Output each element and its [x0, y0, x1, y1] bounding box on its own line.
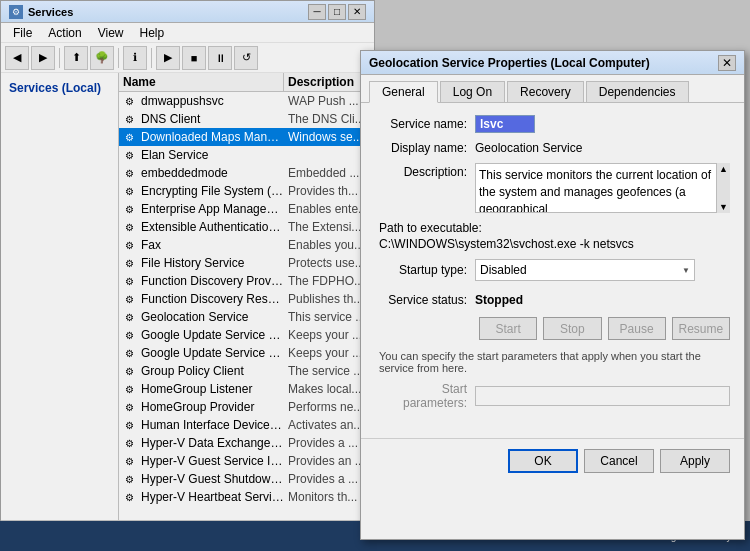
service-icon: ⚙ [121, 381, 137, 397]
toolbar-up[interactable]: ⬆ [64, 46, 88, 70]
toolbar-restart[interactable]: ↺ [234, 46, 258, 70]
window-controls: ─ □ ✕ [308, 4, 366, 20]
service-name-cell: Hyper-V Heartbeat Service [139, 490, 286, 504]
service-name-row: Service name: lsvc [375, 115, 730, 133]
path-label: Path to executable: [375, 221, 730, 235]
service-row[interactable]: ⚙ Hyper-V Heartbeat Service Monitors th.… [119, 488, 374, 506]
toolbar-sep-2 [118, 48, 119, 68]
service-row[interactable]: ⚙ Google Update Service (gup... Keeps yo… [119, 326, 374, 344]
menu-file[interactable]: File [5, 24, 40, 42]
service-name-cell: Elan Service [139, 148, 286, 162]
menu-help[interactable]: Help [132, 24, 173, 42]
pause-button[interactable]: Pause [608, 317, 666, 340]
service-row[interactable]: ⚙ Elan Service [119, 146, 374, 164]
startup-label: Startup type: [375, 263, 475, 277]
service-row[interactable]: ⚙ Hyper-V Guest Service Inter... Provide… [119, 452, 374, 470]
service-row[interactable]: ⚙ Function Discovery Provide... The FDPH… [119, 272, 374, 290]
description-container: This service monitors the current locati… [475, 163, 730, 213]
path-section: Path to executable: C:\WINDOWS\system32\… [375, 221, 730, 251]
dialog-tab-general[interactable]: General [369, 81, 438, 103]
menu-view[interactable]: View [90, 24, 132, 42]
service-icon: ⚙ [121, 345, 137, 361]
service-name-cell: HomeGroup Listener [139, 382, 286, 396]
apply-button[interactable]: Apply [660, 449, 730, 473]
desc-scrollbar[interactable]: ▲ ▼ [716, 163, 730, 213]
service-status-label: Service status: [375, 293, 475, 307]
service-name-cell: Google Update Service (gup... [139, 328, 286, 342]
service-row[interactable]: ⚙ Encrypting File System (EFS) Provides … [119, 182, 374, 200]
dialog-close-button[interactable]: ✕ [718, 55, 736, 71]
col-header-name[interactable]: Name [119, 73, 284, 91]
service-row[interactable]: ⚙ HomeGroup Listener Makes local... [119, 380, 374, 398]
scroll-up[interactable]: ▲ [717, 163, 730, 174]
service-name-cell: Function Discovery Provide... [139, 274, 286, 288]
toolbar-forward[interactable]: ▶ [31, 46, 55, 70]
toolbar-sep-1 [59, 48, 60, 68]
service-row[interactable]: ⚙ File History Service Protects use... [119, 254, 374, 272]
service-name-cell: Google Update Service (gup... [139, 346, 286, 360]
cancel-button[interactable]: Cancel [584, 449, 654, 473]
scroll-down[interactable]: ▼ [717, 202, 730, 213]
service-row[interactable]: ⚙ dmwappushsvc WAP Push ... [119, 92, 374, 110]
service-row[interactable]: ⚙ Fax Enables you... [119, 236, 374, 254]
close-button[interactable]: ✕ [348, 4, 366, 20]
toolbar: ◀ ▶ ⬆ 🌳 ℹ ▶ ■ ⏸ ↺ [1, 43, 374, 73]
service-row[interactable]: ⚙ Enterprise App Managemen... Enables en… [119, 200, 374, 218]
service-name-cell: dmwappushsvc [139, 94, 286, 108]
service-row[interactable]: ⚙ Hyper-V Guest Shutdown S... Provides a… [119, 470, 374, 488]
service-row[interactable]: ⚙ Function Discovery Resourc... Publishe… [119, 290, 374, 308]
service-icon: ⚙ [121, 147, 137, 163]
dialog-tab-dependencies[interactable]: Dependencies [586, 81, 689, 102]
dialog-tab-recovery[interactable]: Recovery [507, 81, 584, 102]
dialog-body: Service name: lsvc Display name: Geoloca… [361, 103, 744, 438]
service-icon: ⚙ [121, 255, 137, 271]
services-list[interactable]: ⚙ dmwappushsvc WAP Push ... ⚙ DNS Client… [119, 92, 374, 520]
start-params-label: Start parameters: [375, 382, 475, 410]
ok-button[interactable]: OK [508, 449, 578, 473]
service-row[interactable]: ⚙ Downloaded Maps Manager Windows se... [119, 128, 374, 146]
service-icon: ⚙ [121, 327, 137, 343]
menu-bar: File Action View Help [1, 23, 374, 43]
description-area: Description: This service monitors the c… [375, 163, 730, 213]
service-name-cell: Downloaded Maps Manager [139, 130, 286, 144]
service-row[interactable]: ⚙ Hyper-V Data Exchange Ser... Provides … [119, 434, 374, 452]
service-row[interactable]: ⚙ Google Update Service (gup... Keeps yo… [119, 344, 374, 362]
main-content: Services (Local) Name Description ⚙ dmwa… [1, 73, 374, 520]
service-row[interactable]: ⚙ HomeGroup Provider Performs ne... [119, 398, 374, 416]
startup-dropdown[interactable]: Disabled ▼ [475, 259, 695, 281]
stop-button[interactable]: Stop [543, 317, 601, 340]
service-name-cell: Hyper-V Guest Service Inter... [139, 454, 286, 468]
service-icon: ⚙ [121, 417, 137, 433]
service-row[interactable]: ⚙ Extensible Authentication P... The Ext… [119, 218, 374, 236]
service-row[interactable]: ⚙ DNS Client The DNS Cli... [119, 110, 374, 128]
service-row[interactable]: ⚙ Group Policy Client The service ... [119, 362, 374, 380]
toolbar-back[interactable]: ◀ [5, 46, 29, 70]
start-params-input[interactable] [475, 386, 730, 406]
toolbar-pause[interactable]: ⏸ [208, 46, 232, 70]
display-name-value: Geolocation Service [475, 141, 582, 155]
display-name-label: Display name: [375, 141, 475, 155]
scroll-track [717, 174, 730, 202]
dialog-tab-logon[interactable]: Log On [440, 81, 505, 102]
menu-action[interactable]: Action [40, 24, 89, 42]
startup-row: Startup type: Disabled ▼ [375, 259, 730, 281]
dropdown-arrow-icon: ▼ [682, 266, 690, 275]
toolbar-info[interactable]: ℹ [123, 46, 147, 70]
minimize-button[interactable]: ─ [308, 4, 326, 20]
service-row[interactable]: ⚙ Geolocation Service This service ... [119, 308, 374, 326]
toolbar-play[interactable]: ▶ [156, 46, 180, 70]
service-row[interactable]: ⚙ Human Interface Device Ser... Activate… [119, 416, 374, 434]
toolbar-tree[interactable]: 🌳 [90, 46, 114, 70]
dialog-window: Geolocation Service Properties (Local Co… [360, 50, 745, 540]
maximize-button[interactable]: □ [328, 4, 346, 20]
params-note: You can specify the start parameters tha… [375, 350, 730, 374]
start-button[interactable]: Start [479, 317, 537, 340]
service-row[interactable]: ⚙ embeddedmode Embedded ... [119, 164, 374, 182]
action-buttons: Start Stop Pause Resume [479, 317, 730, 340]
toolbar-stop[interactable]: ■ [182, 46, 206, 70]
service-status-row: Service status: Stopped [375, 293, 730, 307]
resume-button[interactable]: Resume [672, 317, 730, 340]
service-icon: ⚙ [121, 489, 137, 505]
service-name-value: lsvc [475, 115, 535, 133]
services-window: ⚙ Services ─ □ ✕ File Action View Help ◀… [0, 0, 375, 551]
